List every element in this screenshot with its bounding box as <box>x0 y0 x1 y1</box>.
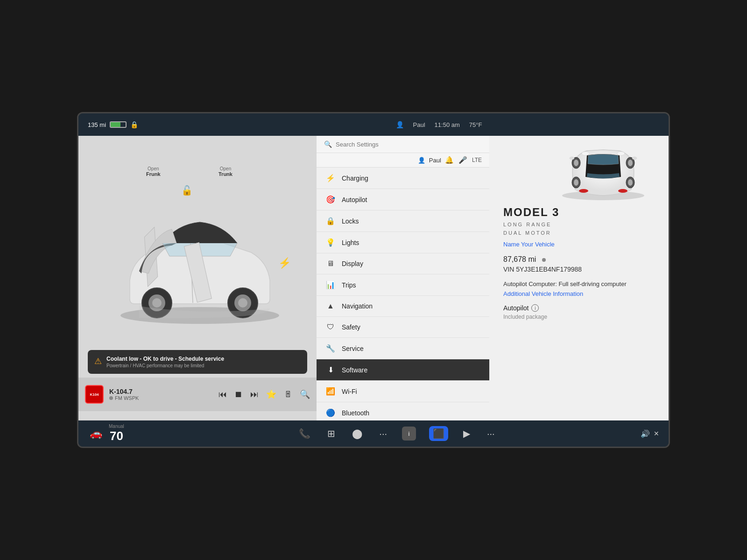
settings-item-autopilot[interactable]: 🎯 Autopilot <box>317 189 489 210</box>
included-package-label: Included package <box>503 314 655 320</box>
settings-item-wifi[interactable]: 📶 Wi-Fi <box>317 381 489 402</box>
menu-icon-trips: 📊 <box>326 280 335 289</box>
radio-call-sign: FM WSPK <box>115 395 139 401</box>
settings-item-display[interactable]: 🖥 Display <box>317 253 489 274</box>
menu-label-bluetooth: Bluetooth <box>342 409 369 417</box>
settings-item-software[interactable]: ⬇ Software <box>317 359 489 381</box>
menu-label-trips: Trips <box>342 281 356 289</box>
car-image: ⚡ <box>102 192 298 332</box>
radio-logo: K104 <box>85 385 104 404</box>
svg-point-23 <box>632 157 637 160</box>
menu-icon-display: 🖥 <box>326 259 335 268</box>
menu-icon-service: 🔧 <box>326 344 335 353</box>
settings-user-row: 👤 Paul 🔔 🎤 LTE <box>317 153 489 168</box>
menu-label-locks: Locks <box>342 217 359 225</box>
trunk-text: Trunk <box>218 171 233 177</box>
stop-button[interactable]: ⏹ <box>234 390 243 399</box>
radio-controls[interactable]: ⏮ ⏹ ⏭ ⭐ 🎚 🔍 <box>218 389 310 399</box>
autopilot-info-icon[interactable]: i <box>531 304 539 312</box>
settings-item-lights[interactable]: 💡 Lights <box>317 232 489 253</box>
trunk-label[interactable]: Open Trunk <box>218 166 233 177</box>
autopilot-label: Autopilot <box>503 304 529 312</box>
taskbar: 🚗 Manual 70 📞 ⊞ ⬤ ··· i ⬛ ▶ ··· 🔊 ✕ <box>78 420 669 447</box>
settings-item-bluetooth[interactable]: 🔵 Bluetooth <box>317 402 489 420</box>
speed-display: Manual 70 <box>109 424 124 443</box>
dots2-taskbar-button[interactable]: ··· <box>485 427 497 441</box>
range-display: 135 mi <box>88 121 106 128</box>
battery-indicator <box>110 121 127 128</box>
settings-panel: 🔍 👤 Paul 🔔 🎤 LTE ⚡ Charging 🎯 Autopilot … <box>317 136 489 420</box>
svg-point-13 <box>618 189 627 193</box>
user-icon-settings: 👤 <box>418 157 425 164</box>
more-taskbar-button[interactable]: ··· <box>377 427 389 441</box>
search-icon: 🔍 <box>324 140 332 148</box>
dot-taskbar-button[interactable]: ⬤ <box>350 426 364 441</box>
menu-icon-safety: 🛡 <box>326 323 335 331</box>
settings-icons: 🔔 🎤 LTE <box>445 156 482 164</box>
vin-display: VIN 5YJ3E1EB4NF179988 <box>503 266 655 273</box>
info-taskbar-button[interactable]: i <box>402 427 416 441</box>
menu-icon-bluetooth: 🔵 <box>326 408 335 417</box>
svg-point-7 <box>238 298 247 308</box>
volume-icon: 🔊 <box>641 429 650 438</box>
menu-label-display: Display <box>342 260 363 267</box>
user-icon-top: 👤 <box>396 121 404 128</box>
menu-label-safety: Safety <box>342 323 360 331</box>
radio-bar: K104 K-104.7 FM WSPK ⏮ ⏹ ⏭ ⭐ 🎚 🔍 <box>78 378 317 411</box>
settings-list: ⚡ Charging 🎯 Autopilot 🔒 Locks 💡 Lights … <box>317 168 489 420</box>
alert-main-text: Coolant low - OK to drive - Schedule ser… <box>106 356 224 362</box>
skip-back-button[interactable]: ⏮ <box>218 390 227 399</box>
svg-text:⚡: ⚡ <box>278 257 291 269</box>
equalizer-button[interactable]: 🎚 <box>284 390 292 399</box>
temp-display: 75°F <box>469 121 482 128</box>
menu-icon-wifi: 📶 <box>326 387 335 396</box>
settings-item-locks[interactable]: 🔒 Locks <box>317 210 489 232</box>
lock-status-icon: 🔒 <box>130 121 138 128</box>
menu-label-autopilot: Autopilot <box>342 196 367 203</box>
alert-box: ⚠ Coolant low - OK to drive - Schedule s… <box>88 350 307 374</box>
settings-item-charging[interactable]: ⚡ Charging <box>317 168 489 189</box>
menu-label-service: Service <box>342 345 364 352</box>
left-panel: Open Frunk Open Trunk 🔓 <box>78 136 317 420</box>
frunk-label[interactable]: Open Frunk <box>146 166 161 177</box>
menu-icon-navigation: ▲ <box>326 302 335 310</box>
taskbar-center: 📞 ⊞ ⬤ ··· i ⬛ ▶ ··· <box>181 426 613 441</box>
media-taskbar-button[interactable]: ▶ <box>461 426 472 441</box>
menu-icon-charging: ⚡ <box>326 174 335 182</box>
alert-sub-text: Powertrain / HVAC performance may be lim… <box>106 363 224 368</box>
drive-mode-label: Manual <box>109 424 124 429</box>
settings-item-service[interactable]: 🔧 Service <box>317 338 489 359</box>
svg-point-11 <box>617 152 625 155</box>
svg-point-22 <box>570 157 574 160</box>
name-vehicle-link[interactable]: Name Your Vehicle <box>503 241 655 248</box>
search-input[interactable] <box>336 141 482 148</box>
search-radio-button[interactable]: 🔍 <box>300 389 310 399</box>
menu-icon-locks: 🔒 <box>326 217 335 225</box>
autopilot-row: Autopilot i <box>503 304 655 312</box>
mute-indicator: ✕ <box>654 430 659 437</box>
settings-item-trips[interactable]: 📊 Trips <box>317 274 489 296</box>
svg-point-18 <box>574 160 578 166</box>
favorite-button[interactable]: ⭐ <box>266 389 276 399</box>
trunk-open-text: Open <box>218 166 233 171</box>
skip-forward-button[interactable]: ⏭ <box>250 390 259 399</box>
svg-point-4 <box>152 298 162 308</box>
menu-icon-lights: 💡 <box>326 238 335 247</box>
settings-item-safety[interactable]: 🛡 Safety <box>317 317 489 338</box>
svg-point-12 <box>579 189 588 193</box>
svg-point-20 <box>574 179 578 186</box>
speed-number: 70 <box>109 429 124 443</box>
phone-taskbar-button[interactable]: 📞 <box>297 426 312 441</box>
battery-fill <box>111 122 120 127</box>
search-bar[interactable]: 🔍 <box>317 136 489 153</box>
car-taskbar-button[interactable]: 🚗 <box>88 426 104 441</box>
mic-icon: 🎤 <box>458 156 467 164</box>
menu-icon-autopilot: 🎯 <box>326 195 335 204</box>
radio-info: K-104.7 FM WSPK <box>109 388 213 401</box>
time-display: 11:50 am <box>435 121 460 128</box>
settings-username: Paul <box>429 157 441 164</box>
bluetooth-taskbar-button[interactable]: ⬛ <box>429 426 448 441</box>
additional-info-link[interactable]: Additional Vehicle Information <box>503 290 583 297</box>
grid-taskbar-button[interactable]: ⊞ <box>325 426 337 441</box>
settings-item-navigation[interactable]: ▲ Navigation <box>317 296 489 317</box>
